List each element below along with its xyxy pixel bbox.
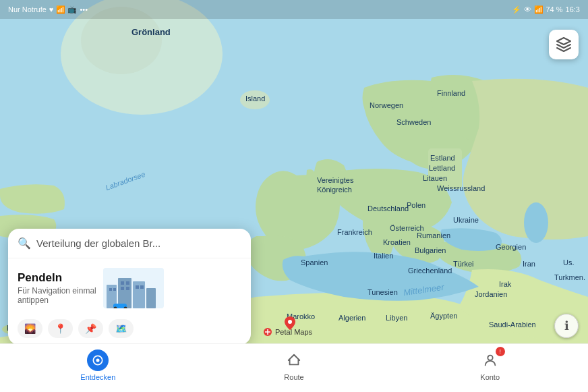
svg-rect-18 <box>121 287 124 290</box>
svg-rect-17 <box>126 281 129 285</box>
pendeln-section[interactable]: Pendeln Für Navigation einmalantippen <box>8 258 251 315</box>
watermark-label: Petal Maps <box>275 328 312 336</box>
pendeln-illustration <box>103 268 164 308</box>
search-icon: 🔍 <box>18 237 31 250</box>
info-button[interactable]: ℹ <box>554 314 579 338</box>
chip-icon-2: 📍 <box>55 323 66 334</box>
svg-rect-13 <box>146 288 156 308</box>
wifi-icon: 📶 <box>534 5 543 14</box>
svg-point-7 <box>288 320 292 324</box>
svg-point-5 <box>524 202 548 243</box>
status-right: ⚡ 👁 📶 74 % 16:3 <box>512 5 581 14</box>
chip-icon-1: 🌄 <box>24 323 36 334</box>
konto-label: Konto <box>480 373 500 381</box>
nav-item-konto[interactable]: ! Konto <box>392 349 588 381</box>
search-card: 🔍 Verteilung der globalen Br... Pendeln … <box>8 229 251 345</box>
bottom-nav: Entdecken Route ! Konto <box>0 343 588 392</box>
route-icon <box>287 353 301 368</box>
route-icon-wrap <box>283 349 305 371</box>
quick-action-chip-1[interactable]: 🌄 <box>18 319 42 338</box>
petal-logo <box>263 327 272 337</box>
svg-rect-14 <box>109 288 112 291</box>
heart-icon: ♥ <box>49 5 54 13</box>
quick-actions: 🌄 📍 📌 🗺️ <box>8 315 251 345</box>
time-display: 16:3 <box>566 5 580 13</box>
konto-icon-wrap: ! <box>479 349 501 371</box>
info-icon: ℹ <box>564 318 569 333</box>
svg-rect-19 <box>126 287 129 290</box>
status-icons: 📶 📺 <box>56 5 77 14</box>
konto-badge: ! <box>496 347 505 356</box>
search-bar[interactable]: 🔍 Verteilung der globalen Br... <box>8 229 251 258</box>
quick-action-chip-4[interactable]: 🗺️ <box>109 319 134 338</box>
svg-point-26 <box>96 359 100 362</box>
status-notrufe: Nur Notrufe <box>8 5 47 13</box>
pendeln-text: Pendeln Für Navigation einmalantippen <box>18 271 96 305</box>
chip-icon-3: 📌 <box>85 323 96 334</box>
quick-action-chip-2[interactable]: 📍 <box>48 319 73 338</box>
layers-button[interactable] <box>549 30 579 59</box>
battery-icon: 74 % <box>546 5 563 13</box>
eye-icon: 👁 <box>524 5 531 13</box>
svg-rect-20 <box>136 285 139 289</box>
more-icon: ••• <box>80 5 88 13</box>
svg-rect-16 <box>121 281 124 285</box>
svg-rect-21 <box>140 285 144 289</box>
pendeln-title: Pendeln <box>18 271 96 285</box>
nav-item-entdecken[interactable]: Entdecken <box>0 349 196 381</box>
konto-icon <box>483 353 498 368</box>
nav-item-route[interactable]: Route <box>196 349 392 381</box>
svg-point-3 <box>240 90 270 109</box>
chip-icon-4: 🗺️ <box>115 323 127 334</box>
status-bar: Nur Notrufe ♥ 📶 📺 ••• ⚡ 👁 📶 74 % 16:3 <box>0 0 588 19</box>
status-left: Nur Notrufe ♥ 📶 📺 ••• <box>8 5 88 14</box>
quick-action-chip-3[interactable]: 📌 <box>78 319 103 338</box>
svg-point-27 <box>488 356 492 360</box>
route-label: Route <box>284 373 303 381</box>
pendeln-subtitle: Für Navigation einmalantippen <box>18 286 96 305</box>
entdecken-icon <box>91 354 105 367</box>
entdecken-icon-wrap <box>87 349 109 371</box>
svg-rect-15 <box>113 288 116 291</box>
bluetooth-icon: ⚡ <box>512 5 521 14</box>
layers-icon <box>556 36 572 53</box>
watermark: Petal Maps <box>263 327 312 337</box>
search-input[interactable]: Verteilung der globalen Br... <box>36 237 241 249</box>
entdecken-label: Entdecken <box>80 373 115 381</box>
